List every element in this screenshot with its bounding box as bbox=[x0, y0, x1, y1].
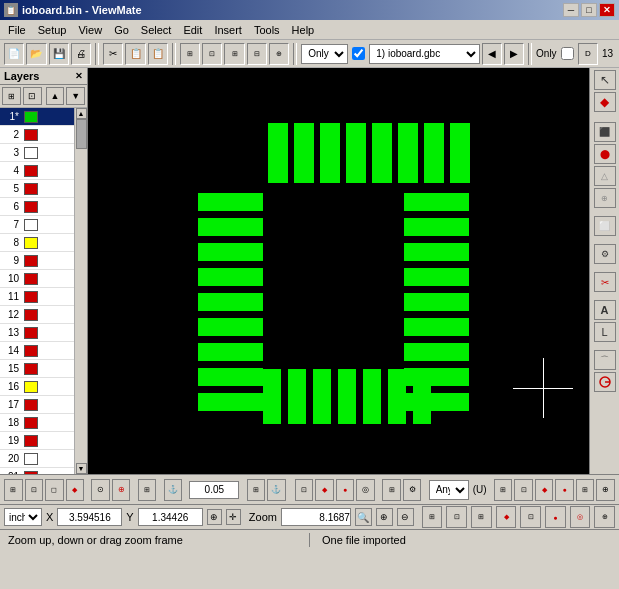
menu-edit[interactable]: Edit bbox=[177, 22, 208, 38]
snap-input[interactable] bbox=[189, 481, 239, 499]
circle-tool-button[interactable] bbox=[594, 372, 616, 392]
bt1-btn1[interactable]: ⊞ bbox=[4, 479, 23, 501]
tb2-r2[interactable]: ⊡ bbox=[446, 506, 467, 528]
tb2-r3[interactable]: ⊞ bbox=[471, 506, 492, 528]
cut-button[interactable]: ✂ bbox=[103, 43, 123, 65]
select-tool-button[interactable]: ↖ bbox=[594, 70, 616, 90]
maximize-button[interactable]: □ bbox=[581, 3, 597, 17]
layer-row[interactable]: 18 bbox=[0, 414, 74, 432]
zoom-glass-button[interactable]: 🔍 bbox=[355, 508, 372, 526]
menu-select[interactable]: Select bbox=[135, 22, 178, 38]
layers-scrollbar[interactable]: ▲ ▼ bbox=[74, 108, 87, 474]
zoom-out-button[interactable]: ⊖ bbox=[397, 508, 414, 526]
pan-tool-button[interactable]: ⬛ bbox=[594, 122, 616, 142]
bt1-far-right1[interactable]: ⊞ bbox=[494, 479, 513, 501]
layer-row[interactable]: 21 bbox=[0, 468, 74, 474]
menu-help[interactable]: Help bbox=[286, 22, 321, 38]
measure-tool-button[interactable]: △ bbox=[594, 166, 616, 186]
bt1-btn3[interactable]: ◻ bbox=[45, 479, 64, 501]
bt1-right1[interactable]: ⊡ bbox=[295, 479, 314, 501]
x-coord-input[interactable] bbox=[57, 508, 122, 526]
layer-row[interactable]: 12 bbox=[0, 306, 74, 324]
layer-btn2[interactable]: ⊡ bbox=[202, 43, 222, 65]
unit-select[interactable]: inch mm bbox=[4, 508, 42, 526]
text-tool-button[interactable]: A bbox=[594, 300, 616, 320]
tb2-r6[interactable]: ● bbox=[545, 506, 566, 528]
gear-button[interactable]: ⚙ bbox=[594, 244, 616, 264]
bt1-btn6[interactable]: ⊕ bbox=[112, 479, 131, 501]
layer-row[interactable]: 15 bbox=[0, 360, 74, 378]
print-button[interactable]: 🖨 bbox=[71, 43, 91, 65]
nav-fwd-button[interactable]: ▶ bbox=[504, 43, 524, 65]
bt1-right3[interactable]: ● bbox=[336, 479, 355, 501]
bt1-far-right5[interactable]: ⊞ bbox=[576, 479, 595, 501]
bt1-btn2[interactable]: ⊡ bbox=[25, 479, 44, 501]
save-file-button[interactable]: 💾 bbox=[49, 43, 69, 65]
layer-row[interactable]: 7 bbox=[0, 216, 74, 234]
rect-tool-button[interactable]: ⬜ bbox=[594, 216, 616, 236]
bt1-right4[interactable]: ◎ bbox=[356, 479, 375, 501]
layer-row[interactable]: 19 bbox=[0, 432, 74, 450]
scroll-thumb[interactable] bbox=[76, 119, 87, 149]
layer-btn3[interactable]: ⊞ bbox=[224, 43, 244, 65]
layer-row[interactable]: 4 bbox=[0, 162, 74, 180]
bt1-far-right6[interactable]: ⊕ bbox=[596, 479, 615, 501]
bt1-far-right4[interactable]: ● bbox=[555, 479, 574, 501]
line-tool-button[interactable]: L bbox=[594, 322, 616, 342]
bt1-grid-button[interactable]: ⊞ bbox=[247, 479, 266, 501]
nav-back-button[interactable]: ◀ bbox=[482, 43, 502, 65]
y-coord-input[interactable] bbox=[138, 508, 203, 526]
minimize-button[interactable]: ─ bbox=[563, 3, 579, 17]
layer-row[interactable]: 1* bbox=[0, 108, 74, 126]
layer-row[interactable]: 20 bbox=[0, 450, 74, 468]
draw-tool-button[interactable]: ◆ bbox=[594, 92, 616, 112]
snap-anchor-button[interactable]: ⚓ bbox=[164, 479, 183, 501]
d-button[interactable]: D bbox=[578, 43, 598, 65]
tb2-r1[interactable]: ⊞ bbox=[422, 506, 443, 528]
layer-row[interactable]: 2 bbox=[0, 126, 74, 144]
tb2-r7[interactable]: ◎ bbox=[570, 506, 591, 528]
menu-view[interactable]: View bbox=[72, 22, 108, 38]
layers-tb-dots[interactable]: ⊡ bbox=[23, 87, 42, 105]
bt1-far-right3[interactable]: ◆ bbox=[535, 479, 554, 501]
layers-tb-grid[interactable]: ⊞ bbox=[2, 87, 21, 105]
open-file-button[interactable]: 📂 bbox=[26, 43, 46, 65]
bt1-far-right2[interactable]: ⊡ bbox=[514, 479, 533, 501]
paste-button[interactable]: 📋 bbox=[148, 43, 168, 65]
zoom-in-button[interactable]: ⊕ bbox=[376, 508, 393, 526]
file-select[interactable]: 1) ioboard.gbc bbox=[369, 44, 479, 64]
menu-file[interactable]: File bbox=[2, 22, 32, 38]
layer-row[interactable]: 17 bbox=[0, 396, 74, 414]
bt1-btn4[interactable]: ◆ bbox=[66, 479, 85, 501]
menu-insert[interactable]: Insert bbox=[208, 22, 248, 38]
zoom-input[interactable] bbox=[281, 508, 351, 526]
only-checkbox2[interactable] bbox=[561, 47, 574, 60]
tb2-r5[interactable]: ⊡ bbox=[520, 506, 541, 528]
layer-row[interactable]: 6 bbox=[0, 198, 74, 216]
menu-setup[interactable]: Setup bbox=[32, 22, 73, 38]
layer-row[interactable]: 5 bbox=[0, 180, 74, 198]
bt1-right6[interactable]: ⚙ bbox=[403, 479, 422, 501]
arc-tool-button[interactable]: ⌒ bbox=[594, 350, 616, 370]
scroll-down-button[interactable]: ▼ bbox=[76, 463, 87, 474]
bt1-right5[interactable]: ⊞ bbox=[382, 479, 401, 501]
layer-row[interactable]: 13 bbox=[0, 324, 74, 342]
coord-icon[interactable]: ⊕ bbox=[207, 509, 222, 525]
tb2-r4[interactable]: ◆ bbox=[496, 506, 517, 528]
layers-tb-up[interactable]: ▲ bbox=[46, 87, 65, 105]
cut-line-button[interactable]: ✂ bbox=[594, 272, 616, 292]
only-checkbox[interactable] bbox=[352, 47, 365, 60]
layers-close-button[interactable]: ✕ bbox=[75, 71, 83, 81]
bt1-anchor2-button[interactable]: ⚓ bbox=[267, 479, 286, 501]
layer-btn5[interactable]: ⊕ bbox=[269, 43, 289, 65]
bt1-right2[interactable]: ◆ bbox=[315, 479, 334, 501]
layer-row[interactable]: 9 bbox=[0, 252, 74, 270]
layer-row[interactable]: 10 bbox=[0, 270, 74, 288]
tb2-r8[interactable]: ⊕ bbox=[594, 506, 615, 528]
close-button[interactable]: ✕ bbox=[599, 3, 615, 17]
pcb-canvas[interactable] bbox=[88, 68, 589, 474]
layers-tb-down[interactable]: ▼ bbox=[66, 87, 85, 105]
bt1-btn5[interactable]: ⊙ bbox=[91, 479, 110, 501]
zoom-tool-button[interactable]: ⬤ bbox=[594, 144, 616, 164]
new-file-button[interactable]: 📄 bbox=[4, 43, 24, 65]
